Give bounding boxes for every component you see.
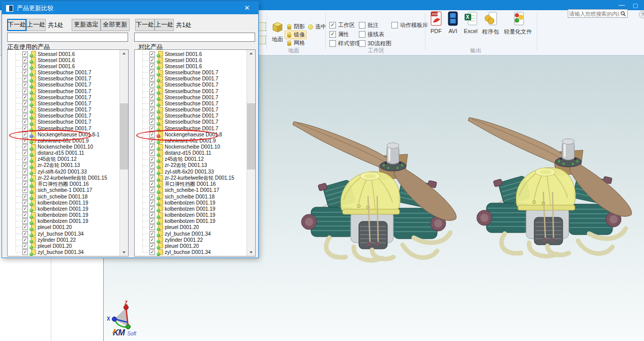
item-checkbox[interactable]: ✓	[149, 101, 155, 106]
scroll-thumb[interactable]	[120, 103, 128, 169]
avi-export-button[interactable]: AVI	[445, 11, 461, 47]
workspace-checkbox[interactable]: 工作区	[329, 21, 355, 29]
list-item[interactable]: ✓kolbenbolzen D001.19	[8, 200, 119, 206]
checkbox-icon[interactable]	[329, 31, 336, 38]
item-checkbox[interactable]: ✓	[149, 76, 155, 81]
selected-toggle[interactable]: 选中	[306, 22, 328, 31]
list-item[interactable]: ✓kolbenbolzen D001.19	[8, 212, 119, 218]
left-filter-input[interactable]	[7, 33, 128, 42]
list-item[interactable]: ✓pleuel D001.20	[135, 224, 247, 231]
item-checkbox[interactable]: ✓	[149, 138, 155, 144]
list-item[interactable]: ✓kolbenbolzen D001.19	[135, 218, 247, 224]
item-checkbox[interactable]: ✓	[149, 119, 155, 125]
list-item[interactable]: ✓Stoesselbuchse D001.7	[135, 113, 247, 119]
item-checkbox[interactable]: ✓	[149, 224, 155, 230]
item-checkbox[interactable]: ✓	[149, 150, 155, 156]
item-checkbox[interactable]: ✓	[149, 175, 155, 181]
item-checkbox[interactable]: ✓	[149, 237, 155, 243]
item-checkbox[interactable]: ✓	[149, 200, 155, 206]
item-checkbox[interactable]: ✓	[22, 181, 28, 187]
item-checkbox[interactable]: ✓	[22, 212, 28, 218]
item-checkbox[interactable]: ✓	[149, 243, 155, 249]
item-checkbox[interactable]: ✓	[149, 132, 155, 137]
scrollbar[interactable]	[119, 50, 128, 256]
item-checkbox[interactable]: ✓	[22, 144, 28, 150]
list-item[interactable]: ✓sich_scheibe D001.18	[135, 193, 247, 200]
list-item[interactable]: ✓Stoessel D001.6	[135, 51, 247, 57]
list-item[interactable]: ✓pleuel D001.20	[135, 243, 247, 249]
minimize-button[interactable]: —	[615, 0, 628, 10]
item-checkbox[interactable]: ✓	[22, 58, 28, 63]
item-checkbox[interactable]: ✓	[149, 206, 155, 212]
search-icon[interactable]	[620, 11, 626, 17]
item-checkbox[interactable]: ✓	[22, 119, 28, 125]
item-checkbox[interactable]: ✓	[22, 163, 28, 168]
list-item[interactable]: ✓开口弹性挡圈 D001.16	[135, 181, 247, 187]
list-item[interactable]: ✓zyl_buchse D001.34	[8, 231, 119, 237]
list-item[interactable]: ✓Stoesselbuchse D001.7	[8, 88, 119, 94]
item-checkbox[interactable]: ✓	[22, 200, 28, 206]
item-checkbox[interactable]: ✓	[22, 187, 28, 193]
item-checkbox[interactable]: ✓	[22, 169, 28, 175]
item-checkbox[interactable]: ✓	[149, 181, 155, 187]
item-checkbox[interactable]: ✓	[22, 95, 28, 100]
list-item[interactable]: ✓Nockengehaeuse D001.8-1	[8, 131, 119, 137]
item-checkbox[interactable]: ✓	[149, 169, 155, 175]
product-list-right[interactable]: ✓Stoessel D001.6✓Stoessel D001.6✓Stoesse…	[134, 49, 256, 257]
list-item[interactable]: ✓Nockenscheibe D001.10	[8, 144, 119, 150]
list-item[interactable]: ✓kolbenbolzen D001.19	[135, 206, 247, 212]
checkbox-icon[interactable]	[359, 31, 365, 38]
item-checkbox[interactable]: ✓	[149, 51, 155, 57]
wiring-table-checkbox[interactable]: 接线表	[359, 31, 384, 38]
item-checkbox[interactable]: ✓	[22, 82, 28, 88]
item-checkbox[interactable]: ✓	[22, 138, 28, 144]
list-item[interactable]: ✓zahnkranz-60z D001.9	[8, 137, 119, 144]
list-item[interactable]: ✓Stoesselbuchse D001.7	[8, 125, 119, 131]
scroll-thumb[interactable]	[247, 103, 255, 169]
item-checkbox[interactable]: ✓	[22, 51, 28, 57]
item-checkbox[interactable]: ✓	[149, 218, 155, 224]
list-item[interactable]: ✓Stoesselbuchse D001.7	[135, 70, 247, 76]
item-checkbox[interactable]: ✓	[22, 126, 28, 131]
mirror-toggle[interactable]: 镜像	[285, 31, 306, 39]
pdf-export-button[interactable]: PDF PDF	[428, 11, 444, 47]
maximize-button[interactable]: ▢	[629, 0, 641, 10]
item-checkbox[interactable]: ✓	[149, 163, 155, 168]
list-item[interactable]: ✓Stoessel D001.6	[8, 63, 119, 69]
list-item[interactable]: ✓Stoesselbuchse D001.7	[8, 70, 119, 76]
item-checkbox[interactable]: ✓	[149, 126, 155, 131]
item-checkbox[interactable]: ✓	[22, 175, 28, 181]
list-item[interactable]: ✓pleuel D001.20	[8, 224, 119, 231]
item-checkbox[interactable]: ✓	[22, 157, 28, 162]
list-item[interactable]: ✓Nockenscheibe D001.10	[135, 144, 247, 150]
item-checkbox[interactable]: ✓	[22, 194, 28, 200]
item-checkbox[interactable]: ✓	[149, 144, 155, 150]
item-checkbox[interactable]: ✓	[149, 249, 155, 255]
item-checkbox[interactable]: ✓	[22, 107, 28, 112]
item-checkbox[interactable]: ✓	[149, 95, 155, 100]
item-checkbox[interactable]: ✓	[149, 194, 155, 200]
list-item[interactable]: ✓Stoessel D001.6	[8, 51, 119, 57]
list-item[interactable]: ✓Stoesselbuchse D001.7	[8, 119, 119, 125]
list-item[interactable]: ✓Stoesselbuchse D001.7	[8, 100, 119, 106]
list-item[interactable]: ✓Stoesselbuchse D001.7	[135, 100, 247, 106]
properties-checkbox[interactable]: 属性	[329, 31, 349, 38]
item-checkbox[interactable]: ✓	[149, 64, 155, 69]
excel-export-button[interactable]: X Excel	[462, 11, 480, 47]
checkbox-icon[interactable]	[359, 22, 365, 29]
checkbox-icon[interactable]	[329, 22, 336, 29]
list-item[interactable]: ✓Stoesselbuchse D001.7	[135, 88, 247, 94]
item-checkbox[interactable]: ✓	[22, 70, 28, 75]
list-item[interactable]: ✓kolbenbolzen D001.19	[135, 212, 247, 218]
item-checkbox[interactable]: ✓	[149, 89, 155, 94]
list-item[interactable]: ✓zr-22齿轮 D001.13	[8, 162, 119, 168]
list-item[interactable]: ✓Stoesselbuchse D001.7	[135, 107, 247, 113]
update-selected-button[interactable]: 更新选定	[72, 19, 101, 31]
item-checkbox[interactable]: ✓	[149, 113, 155, 119]
scroll-down-arrow[interactable]	[120, 248, 128, 256]
list-item[interactable]: ✓zyl_buchse D001.34	[135, 249, 247, 255]
update-all-button[interactable]: 全部更新	[101, 19, 130, 31]
scrollbar[interactable]	[247, 50, 255, 256]
item-checkbox[interactable]: ✓	[149, 187, 155, 193]
item-checkbox[interactable]: ✓	[149, 107, 155, 112]
